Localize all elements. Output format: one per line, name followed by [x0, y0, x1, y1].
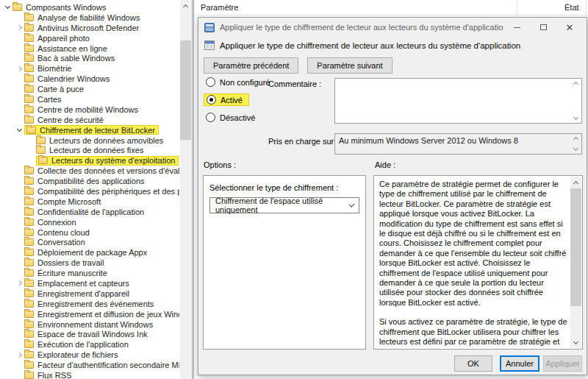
tree-item[interactable]: Carte à puce — [0, 84, 179, 94]
chevron-right-icon[interactable] — [15, 281, 24, 285]
tree-item[interactable]: Cartes — [0, 94, 179, 105]
tree-item[interactable]: Enregistrement d'appareil — [0, 288, 179, 299]
tree-item[interactable]: Lecteurs de données fixes — [0, 145, 179, 155]
scroll-up-icon[interactable] — [574, 136, 579, 141]
tree-item-label: Enregistrement d'appareil — [37, 289, 129, 298]
tree-item[interactable]: Composants Windows — [0, 2, 179, 13]
ok-button[interactable]: OK — [454, 355, 492, 372]
tree-item-label: Enregistrement des événements — [37, 300, 154, 308]
minimize-button[interactable] — [503, 18, 530, 37]
tree-item[interactable]: Explorateur de fichiers — [0, 350, 179, 360]
folder-icon — [24, 372, 34, 379]
folder-icon — [24, 259, 34, 266]
tree-item[interactable]: Bac à sable Windows — [0, 53, 179, 63]
tree-item[interactable]: Lecteurs de données amovibles — [0, 135, 179, 146]
maximize-button[interactable] — [530, 18, 556, 37]
tree-item[interactable]: Contenu cloud — [0, 227, 179, 238]
folder-icon — [24, 116, 34, 124]
tree-item[interactable]: Compatibilité des applications — [0, 176, 179, 186]
chevron-right-icon[interactable] — [15, 353, 24, 357]
tree-item-label: Écriture manuscrite — [37, 269, 107, 277]
help-scrollbar[interactable] — [570, 177, 581, 348]
folder-icon — [24, 45, 34, 52]
column-header-etat[interactable]: État — [517, 0, 587, 15]
scroll-down-icon[interactable] — [574, 146, 579, 152]
tree-item[interactable]: Compte Microsoft — [0, 196, 179, 207]
tree-item[interactable]: Centre de sécurité — [0, 115, 179, 125]
tree-item[interactable]: Antivirus Microsoft Defender — [0, 23, 179, 33]
tree-item[interactable]: Flux RSS — [0, 370, 179, 379]
scroll-down-icon[interactable] — [574, 116, 579, 121]
folder-icon — [24, 300, 34, 308]
tree-item[interactable]: Analyse de fiabilité Windows — [0, 13, 179, 23]
tree-item[interactable]: Environnement distant Windows — [0, 319, 179, 330]
chevron-down-icon[interactable] — [15, 129, 24, 131]
tree-item[interactable]: Écriture manuscrite — [0, 268, 179, 278]
cancel-button[interactable]: Annuler — [500, 355, 539, 372]
tree-item-label: Biométrie — [37, 64, 71, 73]
tree-item[interactable]: Confidentialité de l'application — [0, 207, 179, 217]
tree-item[interactable]: Biométrie — [0, 63, 179, 74]
radio-icon[interactable] — [206, 77, 215, 87]
tree-item-label: Compatibilité des applications — [37, 177, 145, 185]
chevron-right-icon[interactable] — [15, 67, 24, 71]
tree-item[interactable]: Centre de mobilité Windows — [0, 105, 179, 115]
tree-item[interactable]: Dossiers de travail — [0, 258, 179, 268]
tree-item[interactable]: Enregistrement et diffusion de jeux Wind… — [0, 309, 179, 319]
tree-item-label: Centre de mobilité Windows — [37, 105, 138, 114]
radio-icon[interactable] — [206, 113, 215, 122]
folder-icon — [24, 330, 34, 338]
previous-setting-button[interactable]: Paramètre précédent — [204, 57, 298, 74]
scroll-up-icon[interactable] — [180, 0, 191, 11]
folder-icon — [24, 269, 34, 277]
chevron-right-icon[interactable] — [15, 26, 24, 29]
tree-item[interactable]: Calendrier Windows — [0, 74, 179, 84]
scroll-up-icon[interactable] — [570, 177, 581, 188]
tree-item[interactable]: Conversation — [0, 237, 179, 247]
help-text: Ce paramètre de stratégie permet de conf… — [374, 176, 570, 349]
radio-enabled[interactable]: Activé — [206, 93, 270, 106]
chevron-down-icon[interactable] — [3, 6, 12, 8]
tree-item[interactable]: Lecteurs du système d'exploitation — [0, 155, 179, 166]
folder-icon — [24, 280, 34, 287]
tree-item[interactable]: Appareil photo — [0, 33, 179, 43]
radio-checked-icon[interactable] — [207, 95, 216, 105]
tree-item-label: Conversation — [37, 238, 85, 247]
help-paragraph: Si vous activez ce paramètre de stratégi… — [379, 317, 569, 349]
tree-item[interactable]: Enregistrement des événements — [0, 299, 179, 309]
tree-item[interactable]: Facteur d'authentification secondaire Mi… — [0, 360, 179, 370]
settings-list-pane: Paramètre État Appliquer le type de chif… — [193, 0, 588, 379]
tree-item[interactable]: Déploiement de package Appx — [0, 247, 179, 258]
radio-not-configured[interactable]: Non configuré — [206, 76, 270, 88]
comment-input[interactable] — [334, 78, 582, 124]
folder-icon — [24, 188, 34, 195]
tree-item[interactable]: Compatibilité des périphériques et des p… — [0, 186, 179, 196]
scrollbar-thumb[interactable] — [180, 40, 191, 140]
folder-icon — [24, 249, 34, 256]
tree-item-label: Explorateur de fichiers — [37, 350, 118, 359]
tree-item[interactable]: Collecte des données et versions d'évalu… — [0, 166, 179, 176]
column-header-parametre[interactable]: Paramètre — [194, 0, 517, 15]
folder-icon — [24, 35, 34, 42]
encryption-type-label: Sélectionner le type de chiffrement : — [209, 183, 338, 192]
tree-item-label: Antivirus Microsoft Defender — [37, 24, 139, 32]
scroll-down-icon[interactable] — [570, 337, 581, 348]
tree-item[interactable]: Assistance en ligne — [0, 43, 179, 54]
tree-item-label: Lecteurs de données amovibles — [49, 136, 163, 145]
encryption-type-value: Chiffrement de l'espace utilisé uniqueme… — [215, 196, 350, 214]
tree-item[interactable]: Emplacement et capteurs — [0, 278, 179, 288]
help-panel: Ce paramètre de stratégie permet de conf… — [373, 175, 583, 350]
close-button[interactable]: ✕ — [556, 18, 583, 37]
radio-disabled[interactable]: Désactivé — [206, 111, 270, 124]
tree-item[interactable]: Espace de travail Windows Ink — [0, 330, 179, 340]
tree-item[interactable]: Chiffrement de lecteur BitLocker — [0, 125, 179, 135]
scroll-up-icon[interactable] — [574, 81, 579, 86]
next-setting-button[interactable]: Paramètre suivant — [307, 57, 392, 74]
tree-item-label: Assistance en ligne — [37, 44, 107, 53]
scrollbar-thumb[interactable] — [570, 188, 581, 306]
tree-item[interactable]: Connexion — [0, 217, 179, 227]
tree-scrollbar[interactable] — [180, 0, 191, 379]
tree-item-label: Connexion — [37, 218, 76, 227]
tree-item[interactable]: Exécution de l'application — [0, 339, 179, 350]
encryption-type-dropdown[interactable]: Chiffrement de l'espace utilisé uniqueme… — [209, 197, 359, 213]
